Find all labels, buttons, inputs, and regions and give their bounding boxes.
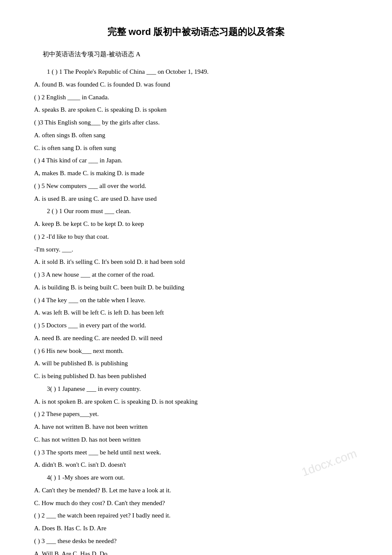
- content-line: ( ) 5 New computers ___ all over the wor…: [34, 180, 358, 192]
- content-line: A. often sings B. often sang: [34, 130, 358, 142]
- subtitle: 初中英语语法专项习题-被动语态 A: [43, 50, 358, 58]
- content-line: A. will be published B. is publishing: [34, 358, 358, 370]
- content-line: 4( ) 1 -My shoes are worn out.: [34, 472, 358, 484]
- content-line: A. is not spoken B. are spoken C. is spe…: [34, 396, 358, 408]
- content-line: A. is building B. is being built C. been…: [34, 282, 358, 294]
- content-line: ( ) 4 The key ___ on the table when I le…: [34, 295, 358, 306]
- content-line: -I'm sorry. ___.: [34, 244, 358, 256]
- content-line: C. is being published D. has been publis…: [34, 370, 358, 382]
- content-line: A. Will B. Are C. Has D. Do: [34, 548, 358, 555]
- content-line: A. keep B. be kept C. to be kept D. to k…: [34, 218, 358, 230]
- content-line: ( ) 2 These papers___yet.: [34, 408, 358, 420]
- content-line: A. Can't they be mended? B. Let me have …: [34, 485, 358, 497]
- content-line: ( ) 4 This kind of car ___ in Japan.: [34, 155, 358, 167]
- content-line: ( ) 2 English ____ in Canada.: [34, 92, 358, 104]
- content-line: ( ) 2 -I'd like to buy that coat.: [34, 231, 358, 243]
- content-line: 3( ) 1 Japanese ___ in every country.: [34, 383, 358, 395]
- content-line: A. speaks B. are spoken C. is speaking D…: [34, 104, 358, 116]
- content-line: ( )3 This English song___ by the girls a…: [34, 117, 358, 129]
- content-line: A, makes B. made C. is making D. is made: [34, 168, 358, 179]
- content-line: A. Does B. Has C. Is D. Are: [34, 523, 358, 535]
- content-line: 1 ( ) 1 The People's Republic of China _…: [34, 66, 358, 78]
- content-line: A. found B. was founded C. is founded D.…: [34, 79, 358, 91]
- content-line: A. is used B. are using C. are used D. h…: [34, 193, 358, 205]
- content-line: ( ) 3 ___ these desks be needed?: [34, 535, 358, 547]
- content-line: ( ) 3 The sports meet ___ be held until …: [34, 447, 358, 459]
- content-line: C. How much do they cost? D. Can't they …: [34, 497, 358, 509]
- content-line: ( ) 3 A new house ___ at the corner of t…: [34, 269, 358, 281]
- content-line: A. it sold B. it's selling C. It's been …: [34, 256, 358, 268]
- content-line: A. have not written B. have not been wri…: [34, 421, 358, 433]
- content-line: C. has not written D. has not been writt…: [34, 434, 358, 446]
- content-line: A. was left B. will be left C. is left D…: [34, 307, 358, 319]
- content-line: ( ) 6 His new book___ next month.: [34, 345, 358, 357]
- content-line: C. is often sang D. is often sung: [34, 142, 358, 154]
- content-line: ( ) 5 Doctors ___ in every part of the w…: [34, 320, 358, 332]
- content-line: ( ) 2 ___ the watch been repaired yet? I…: [34, 510, 358, 522]
- content-line: A. need B. are needing C. are needed D. …: [34, 332, 358, 344]
- page-title: 完整 word 版初中被动语态习题的以及答案: [34, 26, 358, 38]
- content-line: A. didn't B. won't C. isn't D. doesn't: [34, 459, 358, 471]
- content-block: 1 ( ) 1 The People's Republic of China _…: [34, 66, 358, 555]
- content-line: 2 ( ) 1 Our room must ___ clean.: [34, 205, 358, 217]
